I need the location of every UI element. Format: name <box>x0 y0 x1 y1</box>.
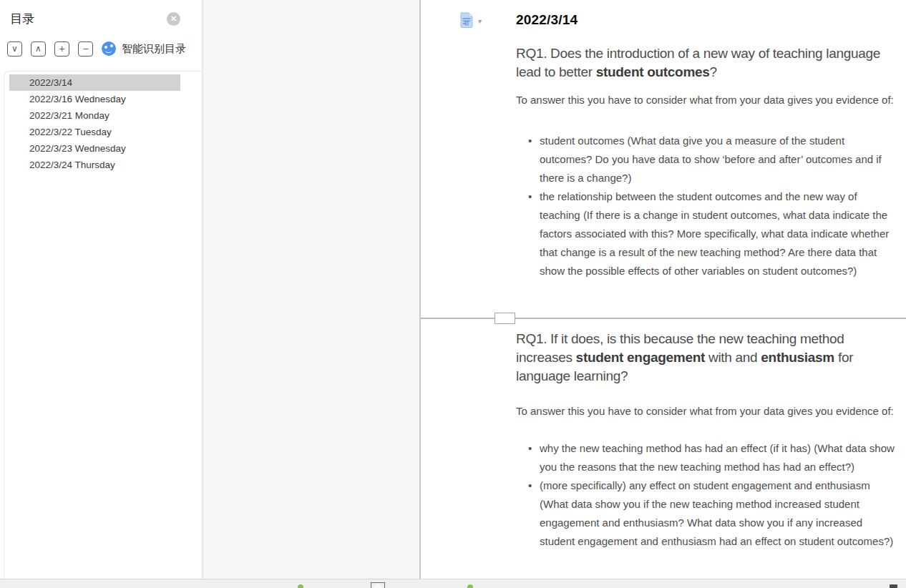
home-icon[interactable] <box>371 583 384 588</box>
zoom-out-outline-button[interactable]: − <box>78 41 93 57</box>
toc-item[interactable]: 2022/3/21 Monday <box>9 107 180 124</box>
toc-item[interactable]: 2022/3/14 <box>9 74 180 91</box>
research-question-1-heading: RQ1. Does the introduction of a new way … <box>516 44 900 82</box>
intro-paragraph: To answer this you have to consider what… <box>516 402 906 421</box>
bullet-text: why the new teaching method has had an e… <box>540 442 895 473</box>
toolbar-status-dot-icon[interactable] <box>467 584 473 588</box>
ai-assistant-icon[interactable] <box>102 41 116 56</box>
zoom-in-outline-button[interactable]: + <box>54 41 69 57</box>
heading-bold-text: student outcomes <box>596 64 710 79</box>
page-divider-handle[interactable] <box>495 313 515 324</box>
bottom-toolbar <box>0 579 906 588</box>
bullet-list: student outcomes (What data give you a m… <box>527 132 897 280</box>
bullet-text: the relationship between the student out… <box>540 190 889 277</box>
chevron-down-icon: ∨ <box>11 44 18 54</box>
minus-icon: − <box>82 43 88 54</box>
expand-all-button[interactable]: ∧ <box>31 41 46 57</box>
toolbar-status-dot-icon[interactable] <box>298 584 303 588</box>
close-icon[interactable]: ✕ <box>167 12 180 26</box>
heading-text: ? <box>710 64 717 79</box>
heading-text: with and <box>705 350 761 365</box>
page-bookmark-dropdown[interactable]: ▾ <box>459 12 482 28</box>
page-divider <box>421 318 906 319</box>
pdf-reader-window: 目录 ✕ ∨ ∧ + − 智能识别目录 2022/3/14 2022/3/16 … <box>0 0 906 588</box>
toc-item[interactable]: 2022/3/16 Wednesday <box>9 91 180 107</box>
intro-paragraph: To answer this you have to consider what… <box>516 91 906 109</box>
plus-icon: + <box>59 43 64 54</box>
heading-bold-text: enthusiasm <box>761 350 834 365</box>
bullet-item: student outcomes (What data give you a m… <box>527 132 897 187</box>
research-question-1b-heading: RQ1. If it does, is this because the new… <box>516 330 900 386</box>
document-pane: ▾ 2022/3/14 RQ1. Does the introduction o… <box>419 0 906 579</box>
bullet-item: why the new teaching method has had an e… <box>527 439 897 476</box>
bullet-list: why the new teaching method has had an e… <box>527 439 897 551</box>
bullet-text: (more specifically) any effect on studen… <box>540 479 893 547</box>
toc-item[interactable]: 2022/3/22 Tuesday <box>9 124 180 140</box>
toc-toolbar: ∨ ∧ + − 智能识别目录 <box>7 41 186 57</box>
smart-toc-recognition-button[interactable]: 智能识别目录 <box>122 42 186 56</box>
document-icon <box>459 12 474 28</box>
viewer-canvas-background <box>203 0 419 579</box>
toolbar-icon-fragment[interactable] <box>890 584 897 588</box>
caret-down-icon: ▾ <box>478 17 482 25</box>
collapse-all-button[interactable]: ∨ <box>7 41 22 57</box>
page-title: 2022/3/14 <box>516 12 578 28</box>
toc-sidebar: 目录 ✕ ∨ ∧ + − 智能识别目录 2022/3/14 2022/3/16 … <box>0 0 203 579</box>
bullet-item: (more specifically) any effect on studen… <box>527 476 897 551</box>
toc-title: 目录 <box>10 11 34 27</box>
toc-item[interactable]: 2022/3/24 Thursday <box>9 157 180 173</box>
bullet-text: student outcomes (What data give you a m… <box>540 134 882 184</box>
toc-list: 2022/3/14 2022/3/16 Wednesday 2022/3/21 … <box>4 71 202 579</box>
toc-item[interactable]: 2022/3/23 Wednesday <box>9 140 180 157</box>
chevron-up-icon: ∧ <box>35 44 42 54</box>
heading-bold-text: student engagement <box>576 350 705 365</box>
bullet-item: the relationship between the student out… <box>527 187 897 280</box>
toc-sidebar-header: 目录 ✕ <box>0 0 202 33</box>
